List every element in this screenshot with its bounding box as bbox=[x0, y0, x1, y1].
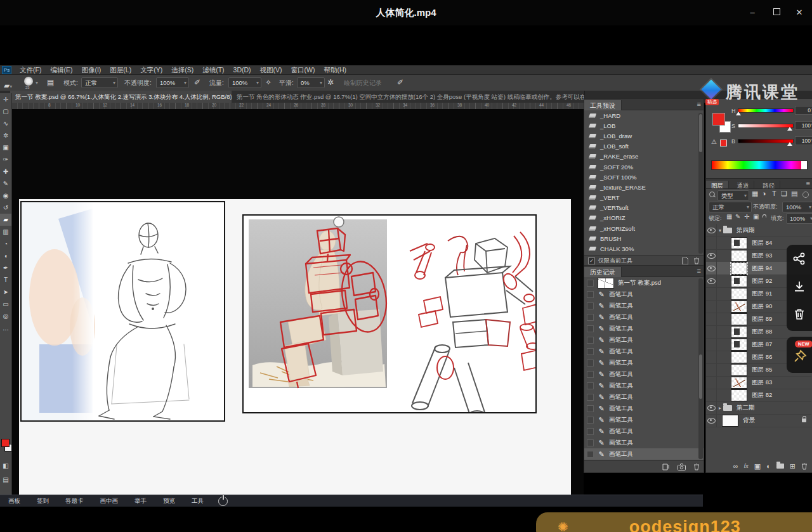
filter-toggle-icon[interactable] bbox=[802, 191, 809, 198]
link-layers-icon[interactable]: ∞ bbox=[733, 462, 738, 470]
visibility-cell[interactable] bbox=[706, 313, 717, 325]
saturation-slider[interactable] bbox=[738, 124, 794, 128]
clone-stamp-tool[interactable]: ◉ bbox=[0, 190, 11, 202]
layer-style-icon[interactable]: fx bbox=[744, 463, 749, 469]
type-tool[interactable]: T bbox=[0, 274, 11, 286]
layer-row[interactable]: 背景 bbox=[706, 414, 811, 427]
menu-item-9[interactable]: 视图(V) bbox=[256, 65, 287, 74]
share-icon[interactable] bbox=[793, 252, 806, 265]
layer-filter-select[interactable]: 类型▾ bbox=[717, 190, 749, 201]
history-source-box[interactable] bbox=[587, 405, 594, 412]
history-scrollbar[interactable] bbox=[698, 278, 703, 459]
visibility-cell[interactable] bbox=[706, 414, 717, 427]
brush-panel-toggle-icon[interactable]: ▤ bbox=[47, 75, 54, 91]
delete-layer-icon[interactable] bbox=[801, 463, 808, 470]
pen-tool[interactable]: ✒ bbox=[0, 262, 11, 274]
layer-row[interactable]: ▾第四期 bbox=[706, 224, 811, 237]
lock-pixels-icon[interactable]: ✎ bbox=[735, 213, 740, 220]
delete-preset-icon[interactable] bbox=[693, 257, 700, 264]
saturation-value[interactable]: 100 bbox=[795, 121, 812, 130]
move-tool[interactable]: ✛ bbox=[0, 93, 11, 105]
crop-tool[interactable]: ▣ bbox=[0, 141, 11, 153]
menu-item-1[interactable]: 文件(F) bbox=[15, 65, 46, 74]
history-state-row[interactable]: ✎画笔工具 bbox=[584, 414, 704, 425]
history-source-box[interactable] bbox=[587, 382, 594, 389]
layer-row[interactable]: ▸第二期 bbox=[706, 401, 811, 415]
visibility-cell[interactable] bbox=[706, 401, 717, 414]
visibility-cell[interactable] bbox=[706, 376, 717, 389]
visibility-cell[interactable] bbox=[706, 338, 717, 351]
visibility-cell[interactable] bbox=[706, 237, 717, 249]
quick-mask-icon[interactable]: ◧ bbox=[0, 460, 11, 472]
history-tab[interactable]: 历史记录 bbox=[584, 267, 622, 278]
shape-tool[interactable]: ▭ bbox=[0, 298, 11, 310]
visibility-cell[interactable] bbox=[706, 249, 717, 262]
gamut-warning-icon[interactable]: ⚠ bbox=[711, 138, 717, 145]
dodge-tool[interactable]: ◖ bbox=[0, 250, 11, 262]
fill-select[interactable]: 100%▾ bbox=[786, 213, 812, 224]
history-state-row[interactable]: ✎画笔工具 bbox=[584, 391, 704, 403]
white-chip[interactable] bbox=[801, 161, 807, 169]
history-state-row[interactable]: ✎画笔工具 bbox=[584, 357, 704, 368]
visibility-cell[interactable] bbox=[706, 275, 717, 287]
brush-tool[interactable]: ✎ bbox=[0, 178, 11, 190]
visibility-cell[interactable] bbox=[706, 262, 717, 275]
blend-mode-select[interactable]: 正常▾ bbox=[709, 202, 752, 212]
mode-select[interactable]: 正常▾ bbox=[81, 77, 118, 88]
filter-shape-icon[interactable]: ❏ bbox=[781, 190, 787, 198]
menu-item-5[interactable]: 文字(Y) bbox=[136, 65, 167, 74]
group-expander-icon[interactable]: ▾ bbox=[717, 228, 723, 233]
history-state-row[interactable]: ✎画笔工具 bbox=[584, 289, 704, 300]
eraser-tool[interactable]: ▰ bbox=[0, 214, 11, 226]
menu-item-11[interactable]: 帮助(H) bbox=[320, 65, 351, 74]
bottom-bar-item-4[interactable]: 画中画 bbox=[92, 497, 127, 505]
visibility-cell[interactable] bbox=[706, 351, 717, 363]
path-select-tool[interactable]: ➤ bbox=[0, 286, 11, 298]
bottom-bar-item-3[interactable]: 答题卡 bbox=[57, 497, 92, 505]
new-layer-icon[interactable]: ⊞ bbox=[790, 462, 796, 470]
visibility-cell[interactable] bbox=[706, 389, 717, 401]
quick-select-tool[interactable]: ✲ bbox=[0, 129, 11, 141]
hue-value[interactable]: 0 bbox=[795, 106, 812, 115]
history-source-box[interactable] bbox=[587, 394, 594, 401]
adjustment-layer-icon[interactable]: ◐ bbox=[766, 462, 771, 470]
eyedropper-tool[interactable]: ✑ bbox=[0, 153, 11, 165]
history-state-row[interactable]: ✎画笔工具 bbox=[584, 425, 704, 437]
menu-item-3[interactable]: 图像(I) bbox=[77, 65, 105, 74]
lock-artboard-icon[interactable]: ▣ bbox=[753, 213, 759, 220]
history-state-row[interactable]: ✎画笔工具 bbox=[584, 437, 704, 448]
zoom-tool[interactable]: ◎ bbox=[0, 310, 11, 322]
bottom-bar-item-1[interactable]: 画板 bbox=[0, 497, 29, 505]
power-button[interactable] bbox=[218, 496, 228, 506]
tool-preset-item[interactable]: _RAKE_erase bbox=[584, 152, 704, 162]
hue-slider[interactable] bbox=[738, 108, 794, 113]
maximize-button[interactable] bbox=[770, 7, 783, 18]
saturation-slider-handle[interactable] bbox=[787, 127, 792, 131]
filter-pixel-icon[interactable]: ▦ bbox=[752, 190, 758, 198]
new-preset-icon[interactable] bbox=[682, 257, 688, 264]
bottom-bar-item-7[interactable]: 工具 bbox=[183, 497, 212, 505]
new-group-icon[interactable] bbox=[776, 464, 784, 469]
menu-item-8[interactable]: 3D(D) bbox=[229, 65, 256, 74]
history-brush-tool[interactable]: ↺ bbox=[0, 202, 11, 214]
lock-position-icon[interactable]: ✛ bbox=[744, 213, 749, 220]
visibility-cell[interactable] bbox=[706, 300, 717, 313]
filter-smart-object-icon[interactable]: ▤ bbox=[791, 190, 797, 198]
layer-row[interactable]: 图层 83 bbox=[706, 376, 811, 389]
tool-presets-tab[interactable]: 工具预设 bbox=[584, 100, 622, 111]
history-state-row[interactable]: ✎画笔工具 bbox=[584, 346, 704, 357]
brightness-slider[interactable] bbox=[738, 139, 794, 143]
healing-brush-tool[interactable]: ✚ bbox=[0, 165, 11, 178]
screen-mode-icon[interactable]: ▤ bbox=[0, 474, 11, 486]
bottom-bar-item-5[interactable]: 举手 bbox=[126, 497, 155, 505]
history-source-box[interactable] bbox=[587, 417, 594, 424]
menu-item-6[interactable]: 选择(S) bbox=[167, 65, 198, 74]
panel-menu-icon[interactable]: ≡ bbox=[697, 267, 701, 275]
opacity-select[interactable]: 100%▾ bbox=[156, 77, 189, 88]
visibility-cell[interactable] bbox=[706, 325, 717, 338]
history-source-box[interactable] bbox=[587, 360, 594, 367]
history-state-row[interactable]: ✎画笔工具 bbox=[584, 403, 704, 414]
filter-type-icon[interactable]: T bbox=[772, 190, 776, 197]
smoothing-select[interactable]: 0%▾ bbox=[297, 77, 325, 88]
visibility-cell[interactable] bbox=[706, 224, 717, 237]
